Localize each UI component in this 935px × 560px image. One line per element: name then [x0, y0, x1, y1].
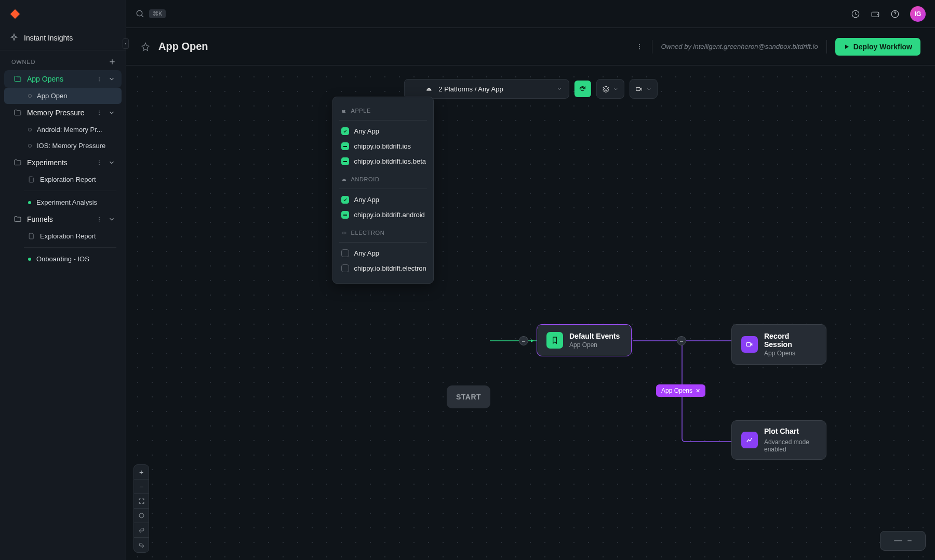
sidebar-collapse-button[interactable]: ‹: [123, 38, 129, 49]
svg-point-10: [99, 219, 100, 220]
file-app-open[interactable]: App Open: [4, 88, 122, 104]
dropdown-item[interactable]: Any App: [333, 124, 433, 139]
chevron-down-icon: [613, 86, 619, 92]
help-icon[interactable]: [890, 9, 900, 19]
page-menu-icon[interactable]: [635, 43, 644, 51]
checkbox-icon: [341, 264, 349, 272]
dropdown-item[interactable]: Any App: [333, 246, 433, 261]
node-title: Plot Chart: [764, 427, 817, 435]
file-label: Onboarding - IOS: [36, 255, 89, 263]
svg-point-9: [99, 217, 100, 218]
svg-rect-21: [636, 87, 640, 90]
avatar[interactable]: IG: [910, 6, 926, 22]
workflow-canvas[interactable]: 2 Platforms / Any App: [126, 65, 935, 560]
dropdown-section-android: ANDROID: [333, 173, 433, 185]
node-start[interactable]: START: [447, 385, 490, 408]
chevron-down-icon[interactable]: [108, 159, 115, 166]
video-icon: [635, 85, 643, 93]
svg-point-17: [639, 46, 640, 47]
status-dot-icon: [28, 258, 31, 261]
wallet-icon[interactable]: [871, 9, 880, 19]
dropdown-item[interactable]: chippy.io.bitdrift.ios: [333, 139, 433, 154]
zoom-in-button[interactable]: +: [134, 465, 149, 479]
connector-dot[interactable]: –: [677, 336, 686, 345]
checkbox-icon: [341, 196, 349, 204]
dropdown-section-apple: APPLE: [333, 104, 433, 117]
file-label: Experiment Analysis: [36, 198, 97, 206]
redo-button[interactable]: [134, 538, 149, 552]
folder-menu-icon[interactable]: [96, 109, 103, 116]
video-tool[interactable]: [630, 79, 658, 99]
svg-point-4: [99, 112, 100, 113]
svg-point-25: [139, 513, 144, 518]
clock-icon[interactable]: [851, 9, 860, 19]
main-content: ⌘K IG App Open Owned by intelligent.gree…: [126, 0, 935, 560]
instant-insights-nav[interactable]: Instant Insights: [0, 28, 126, 50]
svg-point-16: [639, 44, 640, 45]
node-record-session[interactable]: Record Session App Opens: [731, 324, 826, 365]
folder-label: Memory Pressure: [27, 109, 90, 117]
file-exploration-report-2[interactable]: Exploration Report: [4, 228, 122, 244]
folder-memory-pressure[interactable]: Memory Pressure: [4, 104, 122, 122]
checkbox-icon: [341, 211, 349, 219]
svg-point-7: [99, 162, 100, 163]
folder-menu-icon[interactable]: [96, 159, 103, 166]
folder-label: App Opens: [27, 75, 90, 83]
layers-tool[interactable]: [596, 79, 624, 99]
platform-selector[interactable]: 2 Platforms / Any App: [404, 79, 569, 99]
file-onboarding-ios[interactable]: Onboarding - IOS: [4, 251, 122, 267]
dropdown-item[interactable]: chippy.io.bitdrift.ios.beta: [333, 154, 433, 169]
deploy-workflow-button[interactable]: Deploy Workflow: [835, 38, 920, 56]
branch-label-pill[interactable]: App Opens ✕: [656, 384, 705, 397]
folder-icon: [14, 109, 22, 117]
node-subtitle: App Open: [569, 341, 620, 349]
checkbox-icon: [341, 142, 349, 150]
svg-point-20: [430, 89, 430, 90]
file-experiment-analysis[interactable]: Experiment Analysis: [4, 194, 122, 210]
file-ios-memory[interactable]: IOS: Memory Pressure: [4, 138, 122, 154]
refresh-button[interactable]: [575, 81, 591, 97]
node-subtitle: Advanced mode enabled: [764, 438, 817, 453]
file-android-memory[interactable]: Android: Memory Pr...: [4, 122, 122, 138]
platform-dropdown: APPLE Any App chippy.io.bitdrift.ios chi…: [332, 97, 434, 284]
node-plot-chart[interactable]: Plot Chart Advanced mode enabled: [731, 420, 826, 460]
node-default-events[interactable]: Default Events App Open: [537, 324, 632, 356]
search-shortcut: ⌘K: [149, 9, 166, 18]
folder-menu-icon[interactable]: [96, 216, 103, 223]
star-icon[interactable]: [141, 42, 150, 51]
zoom-controls: + −: [133, 464, 149, 553]
svg-point-12: [137, 10, 142, 16]
chevron-down-icon[interactable]: [108, 75, 115, 83]
file-exploration-report-1[interactable]: Exploration Report: [4, 171, 122, 188]
avatar-initials: IG: [915, 10, 921, 18]
folder-menu-icon[interactable]: [96, 75, 103, 83]
folder-icon: [14, 75, 22, 83]
connector-dot[interactable]: –: [519, 336, 528, 345]
chevron-down-icon[interactable]: [108, 216, 115, 223]
dropdown-section-electron: ELECTRON: [333, 226, 433, 239]
folder-label: Experiments: [27, 158, 90, 167]
folder-funnels[interactable]: Funnels: [4, 210, 122, 228]
dropdown-item[interactable]: chippy.io.bitdrift.android: [333, 207, 433, 222]
close-icon[interactable]: ✕: [696, 388, 700, 394]
folder-experiments[interactable]: Experiments: [4, 154, 122, 171]
chevron-down-icon[interactable]: [108, 109, 115, 116]
chat-widget[interactable]: [880, 531, 926, 551]
add-folder-button[interactable]: [108, 58, 116, 66]
dropdown-item[interactable]: Any App: [333, 192, 433, 207]
page-header: App Open Owned by intelligent.greenheron…: [126, 28, 935, 65]
folder-label: Funnels: [27, 215, 90, 223]
zoom-lock-button[interactable]: [134, 509, 149, 523]
folder-app-opens[interactable]: App Opens: [4, 70, 122, 88]
dropdown-item[interactable]: chippy.io.bitdrift.electron: [333, 261, 433, 276]
undo-button[interactable]: [134, 523, 149, 538]
zoom-out-button[interactable]: −: [134, 479, 149, 494]
zoom-fit-button[interactable]: [134, 494, 149, 509]
svg-rect-24: [746, 343, 751, 346]
search-input[interactable]: ⌘K: [136, 9, 166, 19]
divider: [652, 40, 652, 54]
svg-point-0: [99, 77, 100, 78]
branch-label: App Opens: [661, 387, 692, 394]
search-icon: [136, 9, 145, 19]
status-ring-icon: [28, 94, 32, 98]
